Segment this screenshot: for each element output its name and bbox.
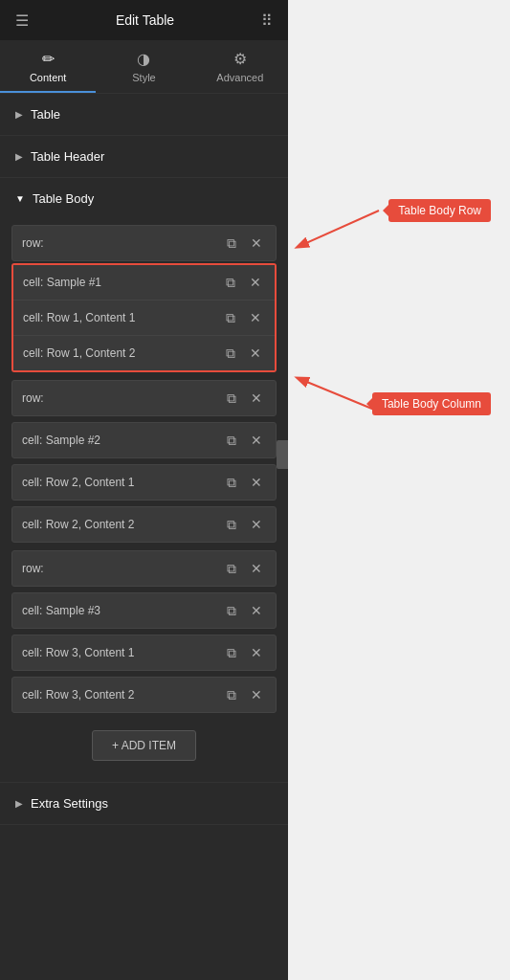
cell-1-2-label: cell: Row 1, Content 1: [23, 311, 221, 324]
cell-3-1-delete-button[interactable]: ✕: [247, 601, 266, 620]
tab-bar: ✏ Content ◑ Style ⚙ Advanced: [0, 40, 288, 94]
table-body-column-callout: Table Body Column: [372, 392, 491, 415]
extra-settings-arrow-icon: ▶: [15, 798, 23, 809]
row-2-actions: ⧉ ✕: [222, 389, 266, 408]
row-3-label: row:: [22, 562, 222, 575]
cell-3-2-actions: ⧉ ✕: [222, 643, 266, 662]
cell-1-2-delete-button[interactable]: ✕: [246, 308, 265, 327]
table-section-header[interactable]: ▶ Table: [0, 94, 288, 135]
cell-2-3-item: cell: Row 2, Content 2 ⧉ ✕: [11, 506, 277, 543]
scroll-handle[interactable]: [277, 440, 288, 469]
cell-1-1-actions: ⧉ ✕: [221, 273, 265, 292]
cell-3-2-copy-button[interactable]: ⧉: [222, 643, 241, 662]
add-item-button[interactable]: + ADD ITEM: [92, 730, 196, 761]
row-3-copy-button[interactable]: ⧉: [222, 559, 241, 578]
cell-1-2-copy-button[interactable]: ⧉: [221, 308, 240, 327]
table-body-row-callout: Table Body Row: [388, 199, 491, 222]
grid-icon[interactable]: ⠿: [261, 11, 273, 30]
cell-1-2-item: cell: Row 1, Content 1 ⧉ ✕: [13, 301, 275, 336]
cell-1-1-delete-button[interactable]: ✕: [246, 273, 265, 292]
header-title: Edit Table: [116, 12, 174, 28]
cell-2-1-item: cell: Sample #2 ⧉ ✕: [11, 422, 277, 458]
row-1-copy-button[interactable]: ⧉: [222, 234, 241, 253]
cell-3-1-item: cell: Sample #3 ⧉ ✕: [11, 592, 277, 629]
cell-2-2-delete-button[interactable]: ✕: [247, 473, 266, 492]
cell-2-2-actions: ⧉ ✕: [222, 473, 266, 492]
cell-1-1-copy-button[interactable]: ⧉: [221, 273, 240, 292]
cell-1-3-label: cell: Row 1, Content 2: [23, 346, 221, 360]
row-3-delete-button[interactable]: ✕: [247, 559, 266, 578]
cell-3-2-label: cell: Row 3, Content 1: [22, 646, 222, 659]
table-header-section: ▶ Table Header: [0, 136, 288, 178]
cell-2-2-label: cell: Row 2, Content 1: [22, 476, 222, 489]
table-section: ▶ Table: [0, 94, 288, 136]
row-1-item: row: ⧉ ✕: [11, 225, 277, 261]
cell-2-1-label: cell: Sample #2: [22, 434, 222, 447]
cell-3-3-delete-button[interactable]: ✕: [247, 685, 266, 704]
header: ☰ Edit Table ⠿: [0, 0, 288, 40]
row-1-label: row:: [22, 236, 222, 250]
cell-1-3-actions: ⧉ ✕: [221, 344, 265, 363]
cell-3-2-item: cell: Row 3, Content 1 ⧉ ✕: [11, 635, 277, 671]
cell-3-1-label: cell: Sample #3: [22, 604, 222, 617]
cell-3-3-actions: ⧉ ✕: [222, 685, 266, 704]
extra-settings-header[interactable]: ▶ Extra Settings: [0, 783, 288, 824]
cell-1-1-item: cell: Sample #1 ⧉ ✕: [13, 265, 275, 301]
tab-advanced[interactable]: ⚙ Advanced: [192, 40, 288, 93]
cell-2-1-actions: ⧉ ✕: [222, 431, 266, 450]
row-1-delete-button[interactable]: ✕: [247, 234, 266, 253]
cell-1-2-actions: ⧉ ✕: [221, 308, 265, 327]
cell-2-3-delete-button[interactable]: ✕: [247, 515, 266, 534]
row-3-actions: ⧉ ✕: [222, 559, 266, 578]
cell-3-3-copy-button[interactable]: ⧉: [222, 685, 241, 704]
sidebar: ☰ Edit Table ⠿ ✏ Content ◑ Style ⚙ Advan…: [0, 0, 288, 980]
table-body-content: row: ⧉ ✕ cell: Sample #1 ⧉ ✕ cell: Row 1…: [0, 225, 288, 782]
cell-3-3-item: cell: Row 3, Content 2 ⧉ ✕: [11, 677, 277, 713]
row-1-cells-group: cell: Sample #1 ⧉ ✕ cell: Row 1, Content…: [11, 263, 277, 372]
cell-2-1-delete-button[interactable]: ✕: [247, 431, 266, 450]
style-icon: ◑: [137, 50, 150, 68]
hamburger-icon[interactable]: ☰: [15, 11, 29, 30]
cell-3-3-label: cell: Row 3, Content 2: [22, 688, 222, 702]
table-header-arrow-icon: ▶: [15, 151, 23, 162]
row-2-item: row: ⧉ ✕: [11, 380, 277, 416]
cell-3-2-delete-button[interactable]: ✕: [247, 643, 266, 662]
row-1-actions: ⧉ ✕: [222, 234, 266, 253]
extra-settings-section: ▶ Extra Settings: [0, 783, 288, 825]
table-body-arrow-icon: ▼: [15, 193, 25, 204]
cell-1-3-delete-button[interactable]: ✕: [246, 344, 265, 363]
row-2-delete-button[interactable]: ✕: [247, 389, 266, 408]
table-header-section-header[interactable]: ▶ Table Header: [0, 136, 288, 177]
cell-1-3-copy-button[interactable]: ⧉: [221, 344, 240, 363]
row-2-label: row:: [22, 391, 222, 405]
cell-3-1-copy-button[interactable]: ⧉: [222, 601, 241, 620]
add-item-wrapper: + ADD ITEM: [11, 721, 277, 770]
cell-2-3-actions: ⧉ ✕: [222, 515, 266, 534]
cell-2-3-label: cell: Row 2, Content 2: [22, 518, 222, 531]
table-body-section: ▼ Table Body row: ⧉ ✕ cell: Sample #1 ⧉ …: [0, 178, 288, 783]
advanced-icon: ⚙: [233, 50, 247, 68]
content-icon: ✏: [42, 50, 55, 68]
cell-3-1-actions: ⧉ ✕: [222, 601, 266, 620]
table-arrow-icon: ▶: [15, 109, 23, 120]
cell-1-3-item: cell: Row 1, Content 2 ⧉ ✕: [13, 336, 275, 370]
cell-2-1-copy-button[interactable]: ⧉: [222, 431, 241, 450]
right-panel: Table Body Row Table Body Column: [288, 0, 510, 980]
tab-style[interactable]: ◑ Style: [96, 40, 191, 93]
tab-content[interactable]: ✏ Content: [0, 40, 96, 93]
cell-2-2-copy-button[interactable]: ⧉: [222, 473, 241, 492]
svg-line-1: [298, 211, 379, 247]
row-3-item: row: ⧉ ✕: [11, 550, 277, 587]
cell-1-1-label: cell: Sample #1: [23, 276, 221, 289]
cell-2-2-item: cell: Row 2, Content 1 ⧉ ✕: [11, 464, 277, 501]
cell-2-3-copy-button[interactable]: ⧉: [222, 515, 241, 534]
annotation-arrows: [288, 0, 510, 980]
row-2-copy-button[interactable]: ⧉: [222, 389, 241, 408]
table-body-section-header[interactable]: ▼ Table Body: [0, 178, 288, 219]
